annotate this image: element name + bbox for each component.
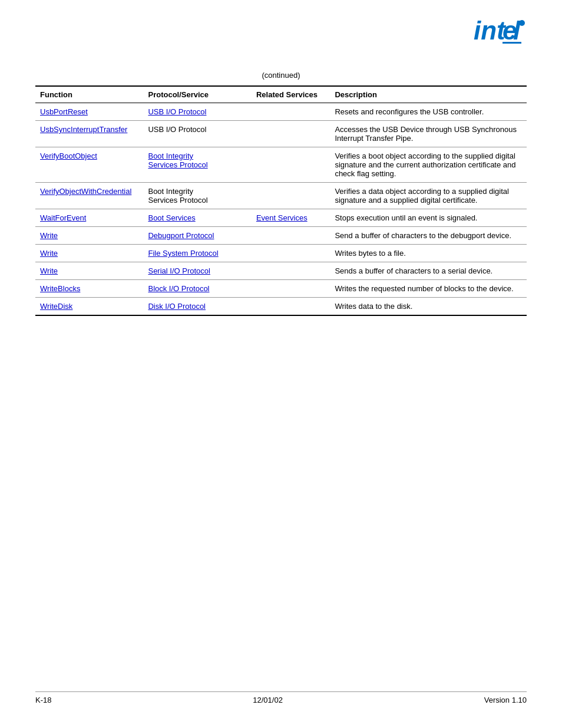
col-header-protocol: Protocol/Service xyxy=(143,86,251,103)
table-row: VerifyBootObjectBoot IntegrityServices P… xyxy=(35,147,527,183)
cell-description-3: Verifies a data object according to a su… xyxy=(330,183,527,209)
footer-date: 12/01/02 xyxy=(253,696,283,704)
table-row: WriteBlocksBlock I/O ProtocolWrites the … xyxy=(35,280,527,298)
cell-function-7: Write xyxy=(35,262,143,280)
cell-protocol-7: Serial I/O Protocol xyxy=(143,262,251,280)
cell-related-7 xyxy=(252,262,330,280)
cell-function-8: WriteBlocks xyxy=(35,280,143,298)
svg-text:l: l xyxy=(513,16,521,45)
cell-function-6: Write xyxy=(35,245,143,262)
function-link-9[interactable]: WriteDisk xyxy=(40,302,72,311)
cell-protocol-9: Disk I/O Protocol xyxy=(143,298,251,316)
function-link-1[interactable]: UsbSyncInterruptTransfer xyxy=(40,125,127,134)
footer-page-number: K-18 xyxy=(35,696,51,704)
cell-protocol-8: Block I/O Protocol xyxy=(143,280,251,298)
table-row: WriteDebugport ProtocolSend a buffer of … xyxy=(35,227,527,245)
cell-protocol-3: Boot IntegrityServices Protocol xyxy=(143,183,251,209)
protocol-link-2[interactable]: Boot IntegrityServices Protocol xyxy=(148,151,207,169)
col-header-description: Description xyxy=(330,86,527,103)
function-link-7[interactable]: Write xyxy=(40,266,58,275)
page-footer: K-18 12/01/02 Version 1.10 xyxy=(35,691,527,704)
cell-protocol-5: Debugport Protocol xyxy=(143,227,251,245)
function-link-8[interactable]: WriteBlocks xyxy=(40,284,80,293)
protocol-link-4[interactable]: Boot Services xyxy=(148,213,195,222)
cell-function-5: Write xyxy=(35,227,143,245)
cell-function-9: WriteDisk xyxy=(35,298,143,316)
cell-function-0: UsbPortReset xyxy=(35,103,143,121)
col-header-related: Related Services xyxy=(252,86,330,103)
cell-description-1: Accesses the USB Device through USB Sync… xyxy=(330,121,527,147)
continued-label: (continued) xyxy=(35,71,527,80)
cell-related-9 xyxy=(252,298,330,316)
cell-related-0 xyxy=(252,103,330,121)
function-link-3[interactable]: VerifyObjectWithCredential xyxy=(40,187,131,196)
cell-description-8: Writes the requested number of blocks to… xyxy=(330,280,527,298)
protocol-link-5[interactable]: Debugport Protocol xyxy=(148,231,214,240)
cell-protocol-4: Boot Services xyxy=(143,209,251,227)
cell-description-5: Send a buffer of characters to the debug… xyxy=(330,227,527,245)
cell-related-1 xyxy=(252,121,330,147)
cell-related-2 xyxy=(252,147,330,183)
cell-description-4: Stops execution until an event is signal… xyxy=(330,209,527,227)
protocol-link-6[interactable]: File System Protocol xyxy=(148,249,218,258)
cell-protocol-0: USB I/O Protocol xyxy=(143,103,251,121)
cell-protocol-2: Boot IntegrityServices Protocol xyxy=(143,147,251,183)
function-link-0[interactable]: UsbPortReset xyxy=(40,107,88,116)
intel-logo-svg: int e l xyxy=(474,15,527,47)
function-link-2[interactable]: VerifyBootObject xyxy=(40,151,97,160)
footer-version: Version 1.10 xyxy=(484,696,527,704)
cell-description-6: Writes bytes to a file. xyxy=(330,245,527,262)
table-row: WriteDiskDisk I/O ProtocolWrites data to… xyxy=(35,298,527,316)
table-row: UsbPortResetUSB I/O ProtocolResets and r… xyxy=(35,103,527,121)
cell-protocol-6: File System Protocol xyxy=(143,245,251,262)
cell-function-2: VerifyBootObject xyxy=(35,147,143,183)
svg-point-4 xyxy=(519,20,525,26)
cell-description-9: Writes data to the disk. xyxy=(330,298,527,316)
related-link-4[interactable]: Event Services xyxy=(256,213,308,222)
table-row: VerifyObjectWithCredentialBoot Integrity… xyxy=(35,183,527,209)
cell-description-7: Sends a buffer of characters to a serial… xyxy=(330,262,527,280)
main-table: Function Protocol/Service Related Servic… xyxy=(35,85,527,316)
function-link-5[interactable]: Write xyxy=(40,231,58,240)
col-header-function: Function xyxy=(35,86,143,103)
table-row: WriteFile System ProtocolWrites bytes to… xyxy=(35,245,527,262)
protocol-link-0[interactable]: USB I/O Protocol xyxy=(148,107,206,116)
protocol-link-7[interactable]: Serial I/O Protocol xyxy=(148,266,210,275)
cell-protocol-1: USB I/O Protocol xyxy=(143,121,251,147)
cell-description-2: Verifies a boot object according to the … xyxy=(330,147,527,183)
page-container: int e l (continued) Function Protocol/Se… xyxy=(0,0,562,728)
protocol-link-9[interactable]: Disk I/O Protocol xyxy=(148,302,206,311)
cell-related-6 xyxy=(252,245,330,262)
cell-function-3: VerifyObjectWithCredential xyxy=(35,183,143,209)
cell-function-4: WaitForEvent xyxy=(35,209,143,227)
function-link-4[interactable]: WaitForEvent xyxy=(40,213,86,222)
cell-function-1: UsbSyncInterruptTransfer xyxy=(35,121,143,147)
cell-description-0: Resets and reconfigures the USB controll… xyxy=(330,103,527,121)
table-row: WaitForEventBoot ServicesEvent ServicesS… xyxy=(35,209,527,227)
table-row: WriteSerial I/O ProtocolSends a buffer o… xyxy=(35,262,527,280)
protocol-link-8[interactable]: Block I/O Protocol xyxy=(148,284,209,293)
svg-rect-3 xyxy=(503,42,521,44)
cell-related-3 xyxy=(252,183,330,209)
intel-logo: int e l xyxy=(474,15,527,49)
svg-text:int: int xyxy=(474,16,507,45)
cell-related-4: Event Services xyxy=(252,209,330,227)
cell-related-5 xyxy=(252,227,330,245)
function-link-6[interactable]: Write xyxy=(40,249,58,258)
table-header-row: Function Protocol/Service Related Servic… xyxy=(35,86,527,103)
table-row: UsbSyncInterruptTransferUSB I/O Protocol… xyxy=(35,121,527,147)
cell-related-8 xyxy=(252,280,330,298)
